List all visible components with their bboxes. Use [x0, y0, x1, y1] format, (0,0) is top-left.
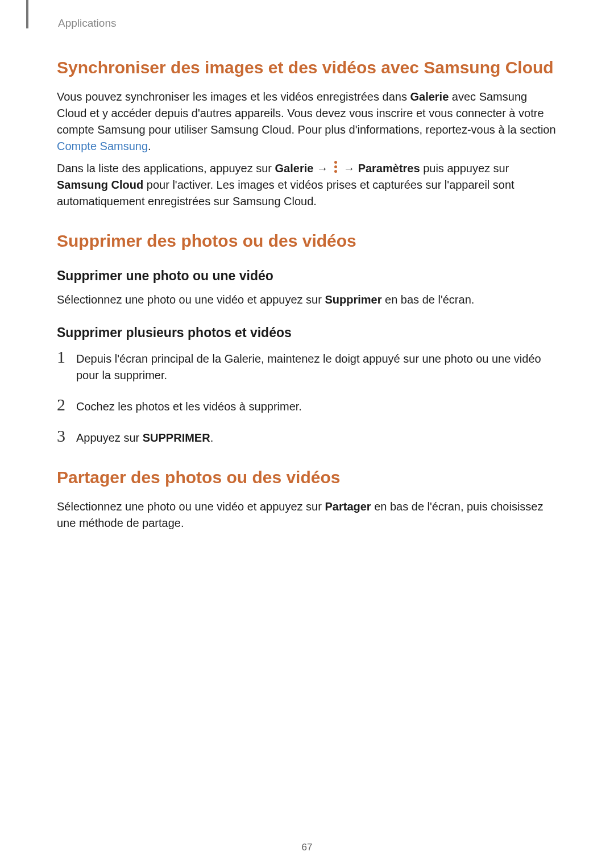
heading-partager: Partager des photos ou des vidéos	[57, 467, 557, 488]
subheading-supprimer-plusieurs: Supprimer plusieurs photos et vidéos	[57, 325, 557, 340]
paragraph-sync-instructions: Dans la liste des applications, appuyez …	[57, 160, 557, 210]
more-options-icon	[334, 161, 338, 173]
steps-list: 1 Depuis l'écran principal de la Galerie…	[57, 348, 557, 446]
step-body-2: Cochez les photos et les vidéos à suppri…	[76, 396, 302, 415]
text-fragment: Sélectionnez une photo ou une vidéo et a…	[57, 500, 325, 513]
text-fragment: puis appuyez sur	[420, 162, 509, 175]
page-number: 67	[0, 842, 614, 853]
text-fragment: Appuyez sur	[76, 431, 143, 444]
breadcrumb: Applications	[57, 17, 557, 30]
page-tab-mark	[26, 0, 28, 28]
heading-supprimer: Supprimer des photos ou des vidéos	[57, 230, 557, 252]
heading-sync-samsung-cloud: Synchroniser des images et des vidéos av…	[57, 57, 557, 78]
paragraph-supprimer-une: Sélectionnez une photo ou une vidéo et a…	[57, 292, 557, 308]
step-number-1: 1	[57, 348, 76, 366]
text-fragment: .	[148, 140, 151, 152]
document-page: Applications Synchroniser des images et …	[0, 0, 614, 868]
step-body-3: Appuyez sur SUPPRIMER.	[76, 427, 213, 446]
text-bold-galerie: Galerie	[410, 90, 449, 103]
text-fragment: Sélectionnez une photo ou une vidéo et a…	[57, 293, 325, 306]
link-compte-samsung[interactable]: Compte Samsung	[57, 140, 148, 152]
paragraph-partager: Sélectionnez une photo ou une vidéo et a…	[57, 499, 557, 531]
paragraph-sync-intro: Vous pouvez synchroniser les images et l…	[57, 89, 557, 155]
list-item: 3 Appuyez sur SUPPRIMER.	[57, 427, 557, 446]
text-bold-samsung-cloud: Samsung Cloud	[57, 178, 143, 191]
text-bold-galerie: Galerie	[275, 162, 314, 175]
text-bold-partager: Partager	[325, 500, 371, 513]
text-bold-supprimer: Supprimer	[325, 293, 381, 306]
text-fragment: .	[210, 431, 214, 444]
text-fragment: →	[313, 162, 331, 175]
text-fragment: Dans la liste des applications, appuyez …	[57, 162, 275, 175]
text-fragment: →	[341, 162, 358, 175]
subheading-supprimer-une: Supprimer une photo ou une vidéo	[57, 268, 557, 284]
step-number-3: 3	[57, 427, 76, 445]
text-bold-parametres: Paramètres	[358, 162, 420, 175]
text-fragment: en bas de l'écran.	[382, 293, 475, 306]
text-fragment: Vous pouvez synchroniser les images et l…	[57, 90, 410, 103]
list-item: 2 Cochez les photos et les vidéos à supp…	[57, 396, 557, 415]
list-item: 1 Depuis l'écran principal de la Galerie…	[57, 348, 557, 384]
step-number-2: 2	[57, 396, 76, 413]
step-body-1: Depuis l'écran principal de la Galerie, …	[76, 348, 557, 384]
text-bold-supprimer-caps: SUPPRIMER	[143, 431, 210, 444]
